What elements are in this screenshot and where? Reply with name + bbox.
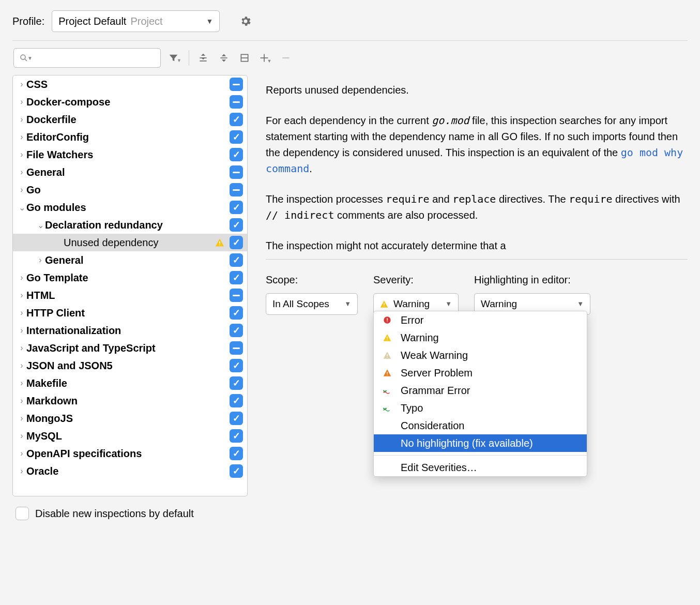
- inspection-checkbox[interactable]: [230, 447, 243, 460]
- inspection-checkbox[interactable]: [230, 95, 243, 109]
- chevron-right-icon: ›: [17, 115, 26, 124]
- tree-item-label: Go: [26, 184, 230, 196]
- svg-rect-3: [220, 57, 227, 58]
- inspection-checkbox[interactable]: [230, 271, 243, 284]
- tree-item-label: General: [45, 254, 230, 266]
- scope-dropdown[interactable]: In All Scopes ▼: [266, 293, 358, 315]
- inspection-checkbox[interactable]: [230, 253, 243, 267]
- inspection-checkbox[interactable]: [230, 289, 243, 302]
- tree-item-label: JSON and JSON5: [26, 360, 230, 372]
- severity-option[interactable]: No highlighting (fix available): [374, 434, 587, 452]
- tree-group[interactable]: ›General: [13, 251, 247, 269]
- chevron-down-icon: ▼: [206, 17, 213, 25]
- warning-icon: [215, 238, 224, 247]
- severity-option[interactable]: Error: [374, 311, 587, 329]
- filter-button[interactable]: ▼: [168, 51, 181, 65]
- tree-group[interactable]: ›HTTP Client: [13, 304, 247, 322]
- tree-group[interactable]: ›JavaScript and TypeScript: [13, 339, 247, 357]
- inspection-checkbox[interactable]: [230, 148, 243, 161]
- inspection-checkbox[interactable]: [230, 113, 243, 126]
- svg-rect-21: [387, 374, 387, 375]
- inspection-tree[interactable]: ›CSS›Docker-compose›Dockerfile›EditorCon…: [12, 75, 248, 496]
- inspection-checkbox[interactable]: [230, 359, 243, 372]
- severity-menu[interactable]: ErrorWarningWeak WarningServer ProblemGr…: [373, 311, 587, 477]
- severity-option[interactable]: Warning: [374, 329, 587, 346]
- error-icon: [382, 316, 392, 324]
- chevron-right-icon: ›: [17, 97, 26, 107]
- option-label: Edit Severities…: [401, 460, 477, 476]
- tree-group[interactable]: ›HTML: [13, 286, 247, 304]
- remove-button[interactable]: [279, 51, 293, 65]
- inspection-checkbox[interactable]: [230, 306, 243, 320]
- settings-gear-button[interactable]: [236, 12, 255, 31]
- inspection-checkbox[interactable]: [230, 464, 243, 478]
- tree-group[interactable]: ⌄Go modules: [13, 199, 247, 216]
- tree-item-label: Makefile: [26, 377, 230, 389]
- reset-button[interactable]: [238, 51, 251, 65]
- search-dropdown-icon[interactable]: ▼: [27, 55, 33, 61]
- svg-rect-17: [387, 339, 387, 340]
- tree-group[interactable]: ⌄Declaration redundancy: [13, 216, 247, 234]
- inspection-checkbox[interactable]: [230, 341, 243, 355]
- severity-option[interactable]: Grammar Error: [374, 382, 587, 399]
- profile-dropdown[interactable]: Project Default Project ▼: [52, 10, 220, 32]
- tree-group[interactable]: ›CSS: [13, 75, 247, 93]
- inspection-checkbox[interactable]: [230, 324, 243, 337]
- add-button[interactable]: ▼: [258, 51, 272, 65]
- option-label: No highlighting (fix available): [401, 435, 533, 451]
- tree-item-label: MySQL: [26, 430, 230, 442]
- tree-group[interactable]: ›Go: [13, 181, 247, 199]
- inspection-checkbox[interactable]: [230, 218, 243, 232]
- inspection-checkbox[interactable]: [230, 412, 243, 425]
- svg-rect-11: [384, 303, 384, 305]
- inspection-checkbox[interactable]: [230, 78, 243, 91]
- tree-item-label: HTML: [26, 290, 230, 301]
- tree-item-label: Unused dependency: [64, 237, 215, 249]
- inspection-description: Reports unused dependencies. For each de…: [266, 82, 688, 254]
- tree-group[interactable]: ›Go Template: [13, 269, 247, 286]
- inspection-checkbox[interactable]: [230, 429, 243, 443]
- chevron-right-icon: ›: [17, 466, 26, 476]
- tree-item-label: Dockerfile: [26, 114, 230, 126]
- separator: [374, 455, 587, 456]
- tree-item-label: Declaration redundancy: [45, 219, 230, 231]
- disable-new-checkbox[interactable]: [16, 507, 29, 520]
- inspection-checkbox[interactable]: [230, 165, 243, 179]
- tree-group[interactable]: ›Oracle: [13, 462, 247, 480]
- search-input[interactable]: ▼: [13, 48, 161, 68]
- tree-group[interactable]: ›Markdown: [13, 392, 247, 410]
- severity-option[interactable]: Typo: [374, 399, 587, 417]
- chevron-right-icon: ›: [36, 255, 45, 265]
- tree-group[interactable]: ›Makefile: [13, 374, 247, 392]
- expand-all-button[interactable]: [196, 51, 210, 65]
- inspection-checkbox[interactable]: [230, 394, 243, 407]
- svg-rect-16: [387, 337, 387, 339]
- inspection-checkbox[interactable]: [230, 183, 243, 196]
- inspection-checkbox[interactable]: [230, 130, 243, 144]
- tree-group[interactable]: ›OpenAPI specifications: [13, 445, 247, 462]
- severity-option[interactable]: Weak Warning: [374, 346, 587, 364]
- tree-group[interactable]: ›Internationalization: [13, 322, 247, 339]
- tree-group[interactable]: ›MongoJS: [13, 410, 247, 427]
- severity-option[interactable]: Consideration: [374, 417, 587, 434]
- tree-group[interactable]: ›General: [13, 163, 247, 181]
- tree-leaf[interactable]: Unused dependency: [13, 234, 247, 251]
- inspection-checkbox[interactable]: [230, 201, 243, 214]
- svg-rect-19: [387, 357, 387, 357]
- tree-group[interactable]: ›File Watchers: [13, 146, 247, 163]
- tree-item-label: General: [26, 167, 230, 178]
- tree-group[interactable]: ›Dockerfile: [13, 111, 247, 128]
- severity-option[interactable]: Server Problem: [374, 364, 587, 382]
- svg-rect-18: [387, 354, 387, 356]
- chevron-right-icon: ›: [17, 185, 26, 194]
- inspection-checkbox[interactable]: [230, 236, 243, 249]
- chevron-down-icon: ⌄: [17, 203, 26, 213]
- gear-icon: [239, 15, 252, 27]
- edit-severities-option[interactable]: Edit Severities…: [374, 459, 587, 476]
- tree-group[interactable]: ›MySQL: [13, 427, 247, 445]
- tree-group[interactable]: ›EditorConfig: [13, 128, 247, 146]
- collapse-all-button[interactable]: [217, 51, 231, 65]
- inspection-checkbox[interactable]: [230, 376, 243, 390]
- tree-group[interactable]: ›JSON and JSON5: [13, 357, 247, 374]
- tree-group[interactable]: ›Docker-compose: [13, 93, 247, 111]
